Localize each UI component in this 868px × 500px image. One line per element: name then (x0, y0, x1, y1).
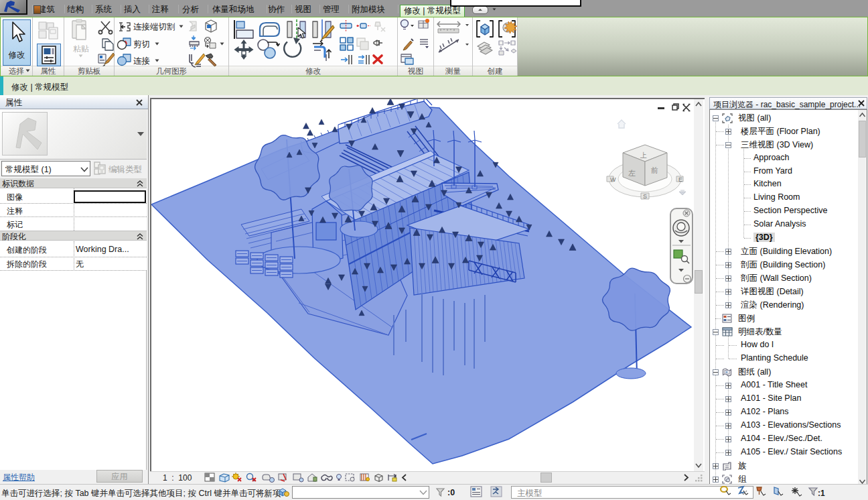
svg-text:前: 前 (650, 166, 658, 174)
svg-text:E: E (678, 176, 682, 183)
svg-text:上: 上 (640, 151, 647, 159)
svg-text:W: W (610, 176, 616, 183)
svg-text:S: S (643, 193, 647, 200)
svg-text:左: 左 (628, 169, 636, 177)
